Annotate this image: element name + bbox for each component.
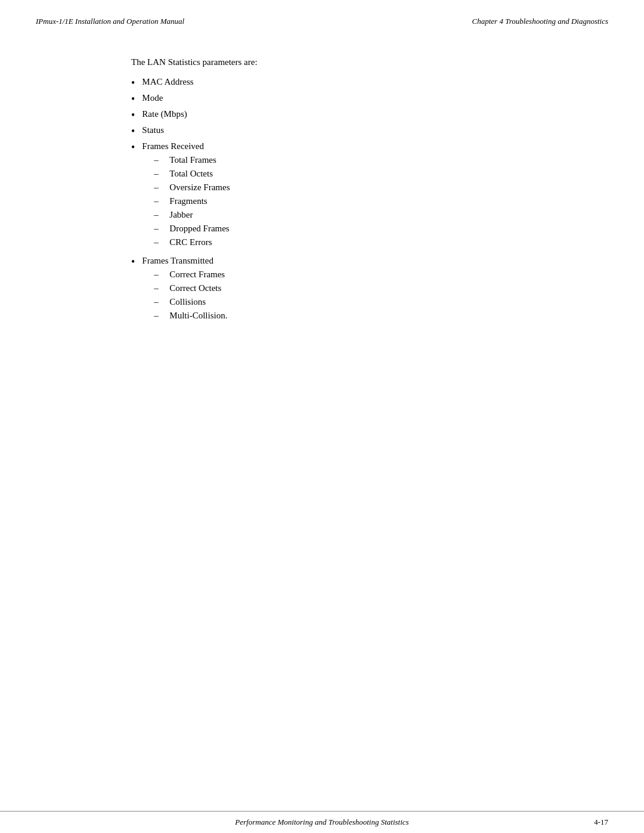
sub-list-item: –Dropped Frames bbox=[142, 224, 513, 234]
header-right: Chapter 4 Troubleshooting and Diagnostic… bbox=[472, 17, 608, 26]
sub-dash: – bbox=[154, 311, 163, 321]
footer-center-text: Performance Monitoring and Troubleshooti… bbox=[72, 817, 572, 827]
bullet-item: •MAC Address bbox=[131, 77, 513, 88]
bullet-dot: • bbox=[131, 78, 135, 88]
page-header: IPmux-1/1E Installation and Operation Ma… bbox=[0, 0, 644, 33]
sub-item-label: Correct Frames bbox=[169, 270, 225, 280]
sub-list-item: –Oversize Frames bbox=[142, 182, 513, 193]
sub-item-label: Multi-Collision. bbox=[169, 311, 227, 321]
sub-list-item: –Correct Frames bbox=[142, 270, 513, 280]
sub-dash: – bbox=[154, 224, 163, 234]
sub-item-label: Correct Octets bbox=[169, 283, 221, 293]
bullet-item: •Status bbox=[131, 125, 513, 137]
sub-list-item: –Correct Octets bbox=[142, 283, 513, 293]
sub-dash: – bbox=[154, 283, 163, 293]
main-content: The LAN Statistics parameters are: •MAC … bbox=[0, 33, 644, 353]
sub-dash: – bbox=[154, 196, 163, 206]
sub-list-item: –Total Octets bbox=[142, 169, 513, 179]
sub-item-label: Jabber bbox=[169, 210, 193, 220]
sub-item-label: Fragments bbox=[169, 196, 207, 206]
sub-list-item: –Fragments bbox=[142, 196, 513, 206]
bullet-dot: • bbox=[131, 94, 135, 104]
bullet-dot: • bbox=[131, 142, 135, 153]
sub-dash: – bbox=[154, 237, 163, 247]
bullet-dot: • bbox=[131, 110, 135, 120]
sub-dash: – bbox=[154, 169, 163, 179]
bullet-label: MAC Address bbox=[142, 77, 193, 86]
bullet-label: Status bbox=[142, 125, 164, 135]
sub-item-label: Total Octets bbox=[169, 169, 213, 179]
sub-dash: – bbox=[154, 297, 163, 307]
header-left: IPmux-1/1E Installation and Operation Ma… bbox=[36, 17, 184, 26]
bullet-label: Frames Received bbox=[142, 141, 204, 151]
sub-list-item: –Collisions bbox=[142, 297, 513, 307]
sub-list-item: –Total Frames bbox=[142, 155, 513, 165]
sub-list-item: –Jabber bbox=[142, 210, 513, 220]
bullet-dot: • bbox=[131, 126, 135, 137]
sub-item-label: Collisions bbox=[169, 297, 206, 307]
sub-list-item: –Multi-Collision. bbox=[142, 311, 513, 321]
sub-list: –Correct Frames–Correct Octets–Collision… bbox=[142, 270, 513, 321]
sub-item-label: Dropped Frames bbox=[169, 224, 229, 234]
sub-dash: – bbox=[154, 182, 163, 193]
sub-dash: – bbox=[154, 270, 163, 280]
sub-dash: – bbox=[154, 210, 163, 220]
bullet-label: Frames Transmitted bbox=[142, 256, 213, 265]
bullet-label: Rate (Mbps) bbox=[142, 109, 187, 119]
sub-item-label: Total Frames bbox=[169, 155, 216, 165]
bullet-list: •MAC Address•Mode•Rate (Mbps)•Status•Fra… bbox=[131, 77, 513, 324]
page-footer: Performance Monitoring and Troubleshooti… bbox=[0, 811, 644, 833]
bullet-item: •Rate (Mbps) bbox=[131, 109, 513, 120]
bullet-label: Mode bbox=[142, 93, 163, 103]
sub-item-label: CRC Errors bbox=[169, 237, 212, 247]
bullet-dot: • bbox=[131, 256, 135, 267]
sub-dash: – bbox=[154, 155, 163, 165]
bullet-item: •Frames Transmitted–Correct Frames–Corre… bbox=[131, 256, 513, 324]
bullet-item: •Frames Received–Total Frames–Total Octe… bbox=[131, 141, 513, 251]
footer-page-number: 4-17 bbox=[572, 817, 608, 827]
sub-list: –Total Frames–Total Octets–Oversize Fram… bbox=[142, 155, 513, 247]
bullet-item: •Mode bbox=[131, 93, 513, 104]
sub-list-item: –CRC Errors bbox=[142, 237, 513, 247]
sub-item-label: Oversize Frames bbox=[169, 182, 230, 193]
intro-text: The LAN Statistics parameters are: bbox=[131, 57, 513, 67]
